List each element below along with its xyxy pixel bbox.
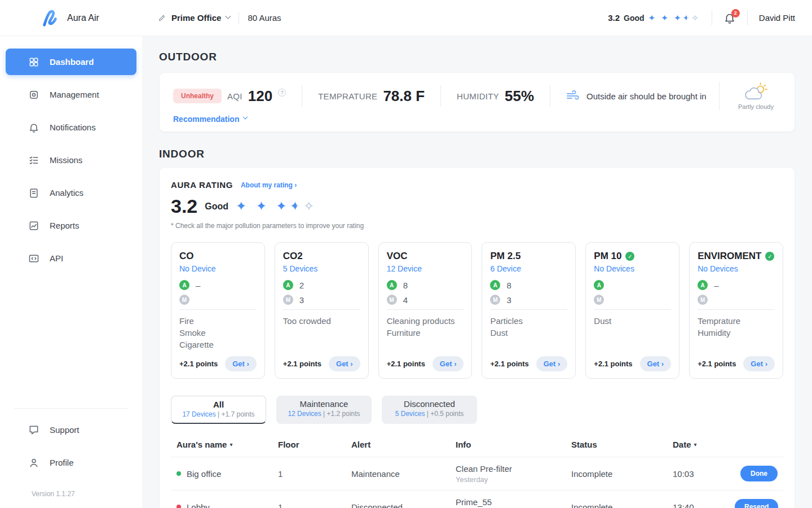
tab-devices-count: 12 Devices (288, 410, 321, 418)
get-button[interactable]: Get › (225, 356, 257, 371)
column-header-date[interactable]: Date ▾ (673, 440, 735, 449)
factor-list: Cleaning products Furniture (387, 315, 464, 351)
points-label: +2.1 points (387, 360, 425, 368)
get-button[interactable]: Get › (329, 356, 360, 371)
info-main: Clean Pre-filter (456, 464, 571, 474)
devices-link[interactable]: No Devices (594, 264, 671, 273)
devices-link[interactable]: 6 Device (490, 264, 567, 273)
devices-link[interactable]: 5 Devices (283, 264, 360, 273)
auto-badge-icon: A (594, 280, 604, 290)
devices-link[interactable]: No Device (179, 264, 257, 273)
auto-sensor-row: A 8 (387, 280, 464, 290)
manual-badge-icon: M (179, 295, 189, 305)
sort-icon[interactable]: ▾ (230, 441, 232, 448)
sidebar-item-profile[interactable]: Profile (6, 449, 136, 476)
aqi-label: AQI (227, 91, 242, 101)
auto-sensor-row: A 2 (283, 280, 360, 290)
tab-disconnected[interactable]: Disconnected 5 Devices | +0.5 points (382, 396, 477, 424)
overall-rating: 3.2 Good ✦ ✦ ✦✦✧ (608, 13, 700, 23)
help-icon[interactable]: ? (278, 89, 286, 97)
location-name[interactable]: Prime Office (171, 13, 221, 23)
notifications-bell-icon[interactable]: 2 (723, 12, 736, 24)
pollutant-title: PM 10 (594, 251, 621, 262)
factor-item: Fire (179, 315, 257, 327)
chevron-down-icon[interactable] (243, 114, 248, 119)
code-icon (28, 253, 39, 264)
manual-sensor-row: M 3 (283, 295, 360, 305)
chevron-down-icon[interactable] (226, 14, 231, 19)
sidebar-item-notifications[interactable]: Notifications (6, 114, 136, 141)
sidebar-item-label: Management (50, 90, 99, 99)
top-bar: Aura Air Prime Office 80 Auras 3.2 Good … (0, 0, 812, 36)
divider (712, 11, 712, 25)
divider (387, 309, 464, 310)
outdoor-card: Unhealthy AQI 120 ? TEMPRATURE 78.8 F HU… (159, 72, 795, 132)
factor-list: Temprature Humidity (698, 315, 775, 351)
get-button[interactable]: Get › (743, 356, 775, 371)
tab-maintenance[interactable]: Maintenance 12 Devices | +1.2 points (276, 396, 372, 424)
date-cell: 13:40 (673, 502, 735, 508)
air-advice-text: Outside air should be brought in (586, 91, 707, 101)
recommendation-toggle[interactable]: Recommendation (173, 115, 781, 124)
alert-cell: Disconnected (351, 502, 456, 508)
manual-badge-icon: M (490, 295, 500, 305)
auto-sensor-row: A – (179, 280, 257, 290)
temperature-value: 78.8 F (383, 87, 425, 105)
column-label: Status (571, 440, 597, 449)
edit-pencil-icon[interactable] (158, 14, 166, 22)
divider (239, 12, 239, 24)
air-status-badge: Unhealthy (173, 89, 222, 103)
weather-widget: Partly cloudy (719, 82, 781, 110)
column-header-name[interactable]: Aura's name ▾ (176, 440, 278, 449)
floor-cell: 1 (278, 469, 351, 479)
sidebar-item-management[interactable]: Management (6, 81, 136, 108)
rating-value: 3.2 (608, 13, 620, 23)
pollutant-title: ENVIROMENT (698, 251, 761, 262)
auto-badge-icon: A (387, 280, 397, 290)
pollutant-cards: CO No Device A – M Fire Smoke Cigarette (171, 242, 783, 379)
app-name: Aura Air (67, 13, 99, 23)
divider (15, 408, 127, 409)
points-label: +2.1 points (179, 360, 218, 368)
points-label: +2.1 points (490, 360, 528, 368)
column-header-alert: Alert (351, 440, 456, 449)
auto-badge-icon: A (283, 280, 293, 290)
points-label: +2.1 points (594, 360, 632, 368)
tab-all[interactable]: All 17 Devices | +1.7 points (171, 396, 266, 424)
column-label: Date (673, 440, 691, 449)
get-button[interactable]: Get › (536, 356, 568, 371)
factor-item: Humidity (698, 327, 775, 339)
sidebar-item-missions[interactable]: Missions (6, 147, 136, 173)
sidebar-item-analytics[interactable]: Analytics (6, 179, 136, 206)
status-cell: Incomplete (571, 502, 673, 508)
sort-icon[interactable]: ▾ (694, 441, 697, 448)
column-label: Aura's name (176, 440, 227, 449)
auto-sensor-row: A (594, 280, 671, 290)
get-button[interactable]: Get › (640, 356, 672, 371)
recommendation-label[interactable]: Recommendation (173, 115, 239, 124)
sidebar-item-label: Dashboard (50, 57, 94, 67)
sidebar-item-api[interactable]: API (6, 245, 136, 271)
location-selector[interactable]: Prime Office 80 Auras (142, 12, 281, 24)
divider (490, 309, 567, 310)
column-label: Floor (278, 440, 299, 449)
status-cell: Incomplete (571, 469, 673, 479)
factor-item: Cleaning products (387, 315, 464, 327)
sidebar-item-dashboard[interactable]: Dashboard (6, 49, 136, 75)
checklist-icon (28, 155, 39, 166)
pollutant-card-pm25: PM 2.5 6 Device A 8 M 3 Particles Dust +… (482, 242, 576, 379)
done-button[interactable]: Done (740, 466, 778, 481)
get-button[interactable]: Get › (433, 356, 464, 371)
manual-sensor-row: M (698, 295, 775, 305)
user-name[interactable]: David Pitt (759, 13, 795, 23)
sidebar-item-reports[interactable]: Reports (6, 212, 136, 239)
sidebar-item-support[interactable]: Support (6, 417, 136, 443)
devices-link[interactable]: No Devices (698, 264, 775, 273)
factor-item: Particles (490, 315, 567, 327)
about-rating-link[interactable]: About my rating › (241, 181, 297, 189)
date-cell: 10:03 (673, 469, 735, 479)
auto-sensor-value: – (714, 281, 718, 290)
aqi-value: 120 (248, 87, 272, 105)
devices-link[interactable]: 12 Device (387, 264, 464, 273)
resend-button[interactable]: Resend (735, 499, 778, 508)
